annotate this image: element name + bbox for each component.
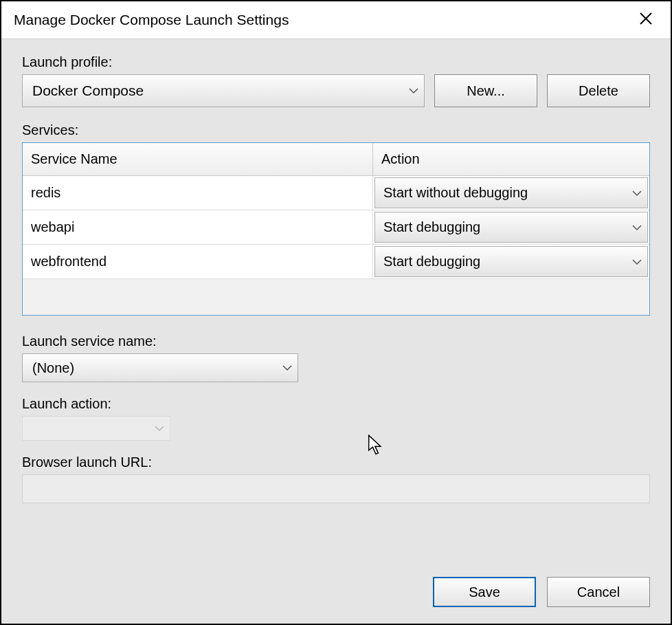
chevron-down-icon bbox=[632, 190, 642, 197]
titlebar: Manage Docker Compose Launch Settings bbox=[1, 1, 671, 39]
service-action-cell: Start debugging bbox=[373, 210, 649, 244]
grid-header: Service Name Action bbox=[23, 143, 649, 176]
dialog-window: Manage Docker Compose Launch Settings La… bbox=[0, 0, 672, 625]
close-icon bbox=[639, 12, 653, 29]
service-name-cell: webapi bbox=[23, 210, 373, 244]
chevron-down-icon bbox=[632, 224, 642, 231]
launch-service-name-label: Launch service name: bbox=[22, 333, 650, 349]
cancel-button[interactable]: Cancel bbox=[547, 577, 650, 607]
launch-profile-row: Docker Compose New... Delete bbox=[22, 74, 650, 107]
service-action-cell: Start without debugging bbox=[373, 176, 649, 210]
column-header-action[interactable]: Action bbox=[373, 143, 649, 175]
dialog-title: Manage Docker Compose Launch Settings bbox=[14, 12, 632, 28]
service-name-cell: webfrontend bbox=[23, 245, 373, 278]
save-button[interactable]: Save bbox=[433, 577, 536, 607]
delete-button-label: Delete bbox=[579, 83, 618, 99]
table-row: webapi Start debugging bbox=[23, 210, 649, 245]
cancel-button-label: Cancel bbox=[577, 584, 620, 600]
service-action-value: Start without debugging bbox=[383, 185, 528, 201]
new-button-label: New... bbox=[467, 83, 505, 99]
service-action-cell: Start debugging bbox=[373, 245, 649, 278]
launch-service-name-combo[interactable]: (None) bbox=[22, 353, 298, 382]
service-action-combo[interactable]: Start without debugging bbox=[374, 177, 648, 208]
launch-profile-value: Docker Compose bbox=[32, 83, 144, 99]
service-action-value: Start debugging bbox=[383, 219, 480, 235]
chevron-down-icon bbox=[155, 425, 164, 432]
chevron-down-icon bbox=[632, 259, 642, 265]
close-button[interactable] bbox=[632, 6, 660, 34]
save-button-label: Save bbox=[469, 584, 500, 600]
dialog-content: Launch profile: Docker Compose New... De… bbox=[1, 39, 671, 624]
chevron-down-icon bbox=[409, 87, 418, 94]
browser-launch-url-label: Browser launch URL: bbox=[22, 454, 650, 470]
launch-service-name-value: (None) bbox=[32, 360, 74, 376]
chevron-down-icon bbox=[282, 364, 292, 371]
browser-launch-url-input[interactable] bbox=[22, 474, 650, 503]
delete-button[interactable]: Delete bbox=[547, 74, 650, 107]
service-action-combo[interactable]: Start debugging bbox=[374, 212, 648, 243]
new-button[interactable]: New... bbox=[434, 74, 537, 107]
service-name-cell: redis bbox=[23, 176, 373, 210]
column-header-name[interactable]: Service Name bbox=[23, 143, 373, 175]
launch-action-label: Launch action: bbox=[22, 396, 650, 412]
launch-action-combo[interactable] bbox=[22, 416, 170, 441]
services-label: Services: bbox=[22, 122, 650, 138]
table-row: redis Start without debugging bbox=[23, 176, 649, 210]
service-action-combo[interactable]: Start debugging bbox=[374, 246, 648, 277]
table-row: webfrontend Start debugging bbox=[23, 245, 649, 279]
services-grid: Service Name Action redis Start without … bbox=[22, 142, 650, 316]
launch-profile-combo[interactable]: Docker Compose bbox=[22, 74, 425, 107]
dialog-footer: Save Cancel bbox=[22, 556, 650, 607]
launch-profile-label: Launch profile: bbox=[22, 54, 650, 70]
service-action-value: Start debugging bbox=[383, 254, 480, 270]
